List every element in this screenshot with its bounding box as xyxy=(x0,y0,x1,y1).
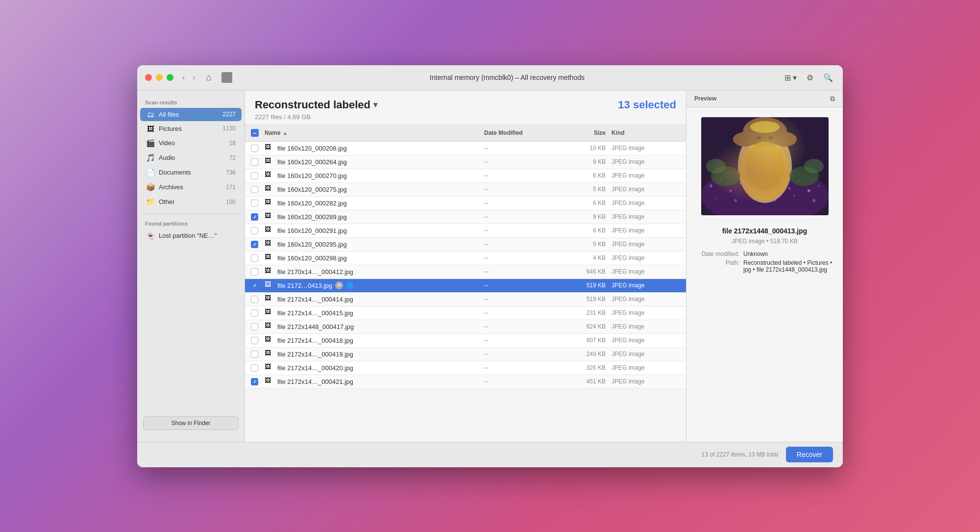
preview-copy-button[interactable]: ⧉ xyxy=(830,95,835,103)
view-toggle-button[interactable]: ⊞ ▾ xyxy=(783,71,799,84)
svg-point-32 xyxy=(789,166,819,186)
minimize-button[interactable] xyxy=(156,74,163,81)
table-row[interactable]: 🖼file 2170x14…_000412.jpg--646 KBJPEG im… xyxy=(245,265,686,279)
checkbox-box[interactable] xyxy=(251,241,258,248)
header-checkbox[interactable] xyxy=(251,129,265,137)
checkbox-box[interactable] xyxy=(251,200,258,207)
stop-button[interactable] xyxy=(221,72,232,83)
sidebar-item-pictures[interactable]: 🖼 Pictures 1130 xyxy=(140,122,242,135)
back-button[interactable]: ‹ xyxy=(179,71,188,84)
table-row[interactable]: 🖼file 160x120_000275.jpg--5 KBJPEG image xyxy=(245,183,686,197)
row-checkbox[interactable] xyxy=(251,309,265,317)
row-checkbox[interactable] xyxy=(251,282,265,289)
table-row[interactable]: 🖼file 2172x14…_000421.jpg--451 KBJPEG im… xyxy=(245,375,686,389)
column-header-kind[interactable]: Kind xyxy=(612,129,680,136)
table-row[interactable]: 🖼file 160x120_000282.jpg--6 KBJPEG image xyxy=(245,197,686,210)
row-checkbox[interactable] xyxy=(251,337,265,344)
row-checkbox[interactable] xyxy=(251,158,265,166)
table-row[interactable]: 🖼file 160x120_000264.jpg--9 KBJPEG image xyxy=(245,155,686,169)
checkbox-box[interactable] xyxy=(251,268,258,276)
checkbox-box[interactable] xyxy=(251,309,258,317)
table-row[interactable]: 🖼file 160x120_000298.jpg--4 KBJPEG image xyxy=(245,252,686,265)
close-button[interactable] xyxy=(145,74,152,81)
file-type-icon: 🖼 xyxy=(265,171,274,180)
sidebar-item-video[interactable]: 🎬 Video 18 xyxy=(140,136,242,150)
table-row[interactable]: 🖼file 2172…0413.jpg👁🌐--519 KBJPEG image xyxy=(245,279,686,293)
search-button[interactable]: 🔍 xyxy=(821,71,835,84)
table-row[interactable]: 🖼file 160x120_000270.jpg--6 KBJPEG image xyxy=(245,169,686,183)
row-checkbox[interactable] xyxy=(251,200,265,207)
checkbox-box[interactable] xyxy=(251,254,258,262)
row-checkbox[interactable] xyxy=(251,186,265,193)
checkbox-box[interactable] xyxy=(251,282,258,289)
row-checkbox[interactable] xyxy=(251,241,265,248)
checkbox-box[interactable] xyxy=(251,172,258,179)
row-size: 231 KB xyxy=(563,309,612,316)
forward-button[interactable]: › xyxy=(190,71,198,84)
checkbox-box[interactable] xyxy=(251,227,258,234)
checkbox-box[interactable] xyxy=(251,186,258,193)
svg-point-3 xyxy=(720,180,722,182)
svg-point-34 xyxy=(804,159,824,174)
row-checkbox[interactable] xyxy=(251,378,265,385)
row-checkbox[interactable] xyxy=(251,323,265,330)
row-checkbox[interactable] xyxy=(251,254,265,262)
column-header-size[interactable]: Size xyxy=(563,129,612,136)
file-type-icon: 🖼 xyxy=(265,349,274,359)
table-row[interactable]: 🖼file 2172x14…_000420.jpg--326 KBJPEG im… xyxy=(245,361,686,375)
eye-badge: 👁 xyxy=(335,281,343,289)
sidebar-item-all-files[interactable]: 🗂 All files 2227 xyxy=(140,108,242,121)
maximize-button[interactable] xyxy=(167,74,173,81)
table-row[interactable]: 🖼file 160x120_000295.jpg--5 KBJPEG image xyxy=(245,238,686,252)
checkbox-box[interactable] xyxy=(251,158,258,166)
sidebar-item-documents[interactable]: 📄 Documents 736 xyxy=(140,166,242,179)
checkbox-box[interactable] xyxy=(251,364,258,372)
preview-label: Preview xyxy=(694,95,716,102)
table-row[interactable]: 🖼file 2172x14…_000418.jpg--607 KBJPEG im… xyxy=(245,334,686,348)
row-checkbox[interactable] xyxy=(251,296,265,303)
row-size: 249 KB xyxy=(563,351,612,357)
row-checkbox[interactable] xyxy=(251,172,265,179)
preview-details: Date modified: Unknown Path: Reconstruct… xyxy=(686,251,843,275)
row-checkbox[interactable] xyxy=(251,213,265,221)
sidebar-item-archives[interactable]: 📦 Archives 171 xyxy=(140,180,242,194)
row-checkbox[interactable] xyxy=(251,268,265,276)
row-kind: JPEG image xyxy=(612,172,680,179)
recover-button[interactable]: Recover xyxy=(786,447,833,462)
svg-point-20 xyxy=(738,129,792,203)
checkbox-box[interactable] xyxy=(251,145,258,152)
checkbox-box[interactable] xyxy=(251,323,258,330)
row-checkbox[interactable] xyxy=(251,227,265,234)
checkbox-box[interactable] xyxy=(251,296,258,303)
sidebar-item-audio[interactable]: 🎵 Audio 72 xyxy=(140,151,242,165)
row-checkbox[interactable] xyxy=(251,364,265,372)
table-row[interactable]: 🖼file 160x120_000208.jpg--10 KBJPEG imag… xyxy=(245,142,686,155)
svg-point-5 xyxy=(739,182,741,184)
table-row[interactable]: 🖼file 2172x14…_000415.jpg--231 KBJPEG im… xyxy=(245,306,686,320)
column-header-date[interactable]: Date Modified xyxy=(484,129,563,136)
column-header-name[interactable]: Name ▲ xyxy=(265,129,484,136)
row-checkbox[interactable] xyxy=(251,145,265,152)
checkbox-box[interactable] xyxy=(251,351,258,358)
row-name: file 160x120_000264.jpg xyxy=(277,158,484,166)
table-row[interactable]: 🖼file 2172x14…_000414.jpg--519 KBJPEG im… xyxy=(245,293,686,306)
table-row[interactable]: 🖼file 2172x14…_000419.jpg--249 KBJPEG im… xyxy=(245,348,686,361)
preview-path-value: Reconstructed labeled • Pictures • jpg •… xyxy=(743,259,835,273)
show-finder-button[interactable]: Show in Finder xyxy=(143,416,239,430)
table-row[interactable]: 🖼file 160x120_000289.jpg--9 KBJPEG image xyxy=(245,210,686,224)
checkbox-box[interactable] xyxy=(251,378,258,385)
section-title[interactable]: Reconstructed labeled ▾ xyxy=(255,99,377,111)
sidebar-item-other[interactable]: 📁 Other 100 xyxy=(140,195,242,209)
row-checkbox[interactable] xyxy=(251,351,265,358)
row-kind: JPEG image xyxy=(612,364,680,371)
table-row[interactable]: 🖼file 2172x1448_000417.jpg--624 KBJPEG i… xyxy=(245,320,686,334)
checkbox-box[interactable] xyxy=(251,337,258,344)
pictures-icon: 🖼 xyxy=(146,125,155,133)
checkbox-box[interactable] xyxy=(251,213,258,221)
select-all-checkbox[interactable] xyxy=(251,129,259,137)
table-row[interactable]: 🖼file 160x120_000291.jpg--6 KBJPEG image xyxy=(245,224,686,238)
home-button[interactable]: ⌂ xyxy=(202,71,216,85)
sidebar-item-lost-partition[interactable]: 👻 Lost partition "NE…" xyxy=(140,229,242,243)
filter-button[interactable]: ⚙ xyxy=(805,71,815,84)
file-list[interactable]: 🖼file 160x120_000208.jpg--10 KBJPEG imag… xyxy=(245,142,686,389)
